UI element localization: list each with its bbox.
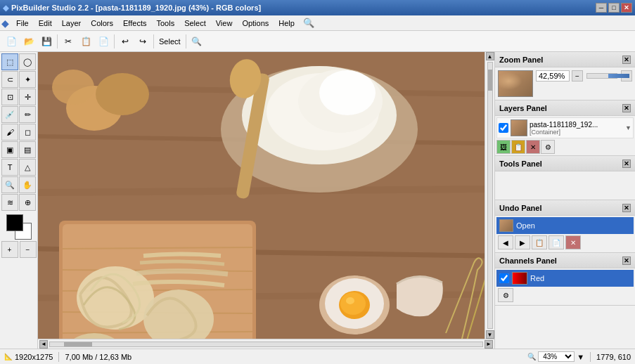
minimize-button[interactable]: ─: [596, 3, 607, 13]
undo-panel-header: Undo Panel ✕: [495, 200, 635, 216]
channels-panel: Channels Panel ✕ Red ⚙: [495, 253, 635, 306]
layer-row-1[interactable]: pasta-1181189_192... [Container] ▼: [496, 117, 634, 138]
color-mode-add[interactable]: +: [1, 241, 18, 258]
toolbar-save[interactable]: 💾: [38, 33, 55, 50]
tool-row-3: ⊡ ✛: [1, 89, 36, 105]
channel-item-red[interactable]: Red: [496, 270, 634, 287]
tool-magic-wand[interactable]: ✦: [19, 71, 36, 88]
vscroll-thumb[interactable]: [488, 70, 492, 91]
toolbar-new[interactable]: 📄: [3, 33, 20, 50]
layer-new-button[interactable]: 🖼: [496, 140, 511, 154]
layer-delete-button[interactable]: ✕: [526, 140, 540, 154]
tool-clone[interactable]: ⊕: [19, 194, 36, 211]
status-dimensions-item: 📐 1920x1275: [4, 353, 53, 361]
undo-delete-button[interactable]: ✕: [565, 235, 581, 249]
tool-move[interactable]: ✛: [19, 89, 36, 105]
tool-hand[interactable]: ✋: [19, 176, 36, 193]
svg-line-3: [38, 189, 485, 193]
tool-fill[interactable]: ▣: [1, 141, 18, 158]
hscroll-left-button[interactable]: ◄: [39, 340, 48, 349]
undo-forward-button[interactable]: ▶: [515, 235, 530, 249]
zoom-minus-button[interactable]: −: [572, 70, 583, 82]
layer-actions: 🖼 📋 ✕ ⚙: [496, 140, 634, 154]
toolbar-separator-4: [186, 34, 186, 48]
undo-copy-button[interactable]: 📋: [532, 235, 547, 249]
vscroll-down-button[interactable]: ▼: [486, 330, 494, 339]
toolbar-zoom-in[interactable]: 🔍: [188, 33, 205, 50]
vscroll-track[interactable]: [487, 62, 493, 329]
tool-text[interactable]: T: [1, 159, 18, 176]
status-zoom-select[interactable]: 43%25%50%75%100%: [538, 351, 575, 362]
fg-color[interactable]: [6, 214, 23, 231]
undo-actions: ◀ ▶ 📋 📄 ✕: [496, 234, 634, 251]
undo-back-button[interactable]: ◀: [498, 235, 513, 249]
tools-panel-close[interactable]: ✕: [622, 160, 631, 168]
tool-pencil[interactable]: ✏: [19, 106, 36, 123]
menu-options[interactable]: Options: [238, 18, 273, 29]
tool-brush[interactable]: 🖌: [1, 124, 18, 141]
menu-layer[interactable]: Layer: [58, 18, 86, 29]
channel-settings-button[interactable]: ⚙: [498, 288, 513, 302]
select-label: Select: [156, 37, 184, 46]
hscroll-thumb[interactable]: [64, 342, 92, 346]
menu-view[interactable]: View: [212, 18, 237, 29]
tool-eraser[interactable]: ◻: [19, 124, 36, 141]
tool-lasso[interactable]: ⊂: [1, 71, 18, 88]
channels-panel-header: Channels Panel ✕: [495, 253, 635, 268]
zoom-panel-close[interactable]: ✕: [622, 56, 631, 64]
toolbar-cut[interactable]: ✂: [60, 33, 77, 50]
canvas-area[interactable]: [38, 52, 485, 339]
toolbar-redo[interactable]: ↪: [134, 33, 151, 50]
hscroll-right-button[interactable]: ►: [485, 340, 493, 349]
layers-panel-close[interactable]: ✕: [622, 104, 631, 112]
undo-panel-title: Undo Panel: [499, 204, 542, 212]
tool-zoom[interactable]: 🔍: [1, 176, 18, 193]
tool-smudge[interactable]: ≋: [1, 194, 18, 211]
undo-panel-close[interactable]: ✕: [622, 204, 631, 212]
tool-select-rect[interactable]: ⬚: [1, 53, 18, 70]
undo-item-label: Open: [516, 221, 535, 230]
layer-copy-button[interactable]: 📋: [511, 140, 525, 154]
menu-tools[interactable]: Tools: [152, 18, 179, 29]
menu-edit[interactable]: Edit: [34, 18, 56, 29]
menu-help[interactable]: Help: [274, 18, 299, 29]
toolbar-paste[interactable]: 📄: [95, 33, 112, 50]
zoom-value-input[interactable]: [536, 70, 570, 82]
tool-select-ellipse[interactable]: ◯: [19, 53, 36, 70]
toolbar-copy[interactable]: 📋: [77, 33, 94, 50]
toolbar: 📄 📂 💾 ✂ 📋 📄 ↩ ↪ Select 🔍: [0, 31, 635, 52]
status-filesize: 7,00 Mb / 12,63 Mb: [65, 353, 132, 361]
tool-crop[interactable]: ⊡: [1, 89, 18, 105]
toolbar-open[interactable]: 📂: [20, 33, 37, 50]
hscroll-track[interactable]: [49, 342, 483, 347]
zoom-slider-thumb[interactable]: [608, 74, 629, 78]
channel-label-red: Red: [530, 274, 544, 282]
status-filesize-item: 7,00 Mb / 12,63 Mb: [65, 353, 132, 361]
channel-visibility-checkbox[interactable]: [499, 273, 509, 283]
horizontal-scrollbar[interactable]: ◄ ►: [38, 339, 494, 349]
tool-gradient[interactable]: ▤: [19, 141, 36, 158]
layer-settings-button[interactable]: ⚙: [541, 140, 555, 154]
tool-shapes[interactable]: △: [19, 159, 36, 176]
menu-colors[interactable]: Colors: [86, 18, 117, 29]
app-logo-menu: ◆: [1, 18, 9, 29]
color-mode-sub[interactable]: −: [20, 241, 37, 258]
menu-effects[interactable]: Effects: [119, 18, 150, 29]
channels-panel-close[interactable]: ✕: [622, 256, 631, 265]
zoom-controls: − +: [536, 70, 632, 82]
canvas-svg: [38, 52, 485, 339]
menu-file[interactable]: File: [12, 18, 33, 29]
undo-paste-button[interactable]: 📄: [549, 235, 564, 249]
toolbar-undo[interactable]: ↩: [117, 33, 134, 50]
undo-item-open[interactable]: Open: [496, 217, 634, 234]
layer-visibility-checkbox[interactable]: [499, 123, 508, 133]
status-zoom-item: 🔍 43%25%50%75%100% ▼: [527, 351, 584, 362]
close-button[interactable]: ✕: [621, 3, 632, 13]
zoom-slider[interactable]: [586, 73, 617, 79]
tool-eyedropper[interactable]: 💉: [1, 106, 18, 123]
vertical-scrollbar[interactable]: ▲ ▼: [485, 52, 494, 339]
search-icon[interactable]: 🔍: [303, 18, 314, 28]
menu-select[interactable]: Select: [180, 18, 210, 29]
vscroll-up-button[interactable]: ▲: [486, 52, 494, 60]
maximize-button[interactable]: □: [608, 3, 620, 13]
